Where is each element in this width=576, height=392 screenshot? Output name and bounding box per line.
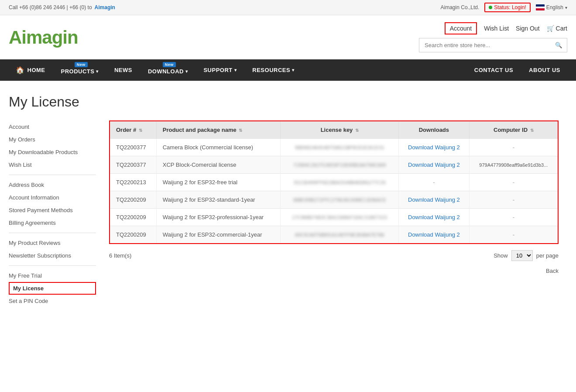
download-link-3[interactable]: Download Waijung 2 [408,196,460,203]
sidebar-item-account-info[interactable]: Account Information [9,191,96,204]
top-bar-right: Aimagin Co.,Ltd. Status: Login! English … [441,3,567,12]
download-link-0[interactable]: Download Waijung 2 [408,144,460,151]
cell-license-2: 3521D499FF6E28DA3548B4ED06277C35 [281,174,399,191]
sidebar-item-address-book[interactable]: Address Book [9,179,96,191]
license-key-1: 729D4C26CF53059F33E09B2AA790C609 [293,162,386,168]
header: Aimagin Account Wish List Sign Out 🛒 Car… [0,15,576,59]
cell-product-1: XCP Block-Comercial license [156,156,281,174]
cell-product-5: Waijung 2 for ESP32-commercial-1year [156,226,281,244]
logo[interactable]: Aimagin [9,27,78,48]
cell-computer-4: - [469,209,558,226]
header-right: Account Wish List Sign Out 🛒 Cart 🔍 [419,22,567,52]
nav-news[interactable]: NEWS [107,61,139,79]
license-key-3: 88BC09B272FFC279636CA90E11E866CE [293,197,386,203]
cart-icon: 🛒 [547,25,554,32]
wishlist-link[interactable]: Wish List [484,25,509,32]
account-link[interactable]: Account [445,22,477,34]
sidebar-section-license: My Free Trial My License Set a PIN Code [9,269,96,307]
cell-computer-1: 979A4779908eaff9a6e91d3b3... [469,156,558,174]
cell-product-3: Waijung 2 for ESP32-standard-1year [156,191,281,209]
search-input[interactable] [419,38,551,52]
nav-resources[interactable]: RESOURCES ▾ [245,61,301,79]
nav-products[interactable]: New PRODUCTS ▾ [54,59,106,81]
sort-order-icon[interactable]: ⇅ [139,128,142,133]
sidebar-item-newsletter[interactable]: Newsletter Subscriptions [9,249,96,262]
license-key-2: 3521D499FF6E28DA3548B4ED06277C35 [293,180,386,186]
item-count: 6 Item(s) [109,252,131,259]
cell-computer-3: - [469,191,558,209]
sidebar-item-account[interactable]: Account [9,120,96,133]
nav-download-label: DOWNLOAD [148,68,184,75]
col-product: Product and package name ⇅ [156,121,281,139]
download-link-5[interactable]: Download Waijung 2 [408,231,460,238]
sidebar-item-wish-list[interactable]: Wish List [9,158,96,171]
sidebar-item-my-license[interactable]: My License [9,282,96,295]
flag-icon [536,4,545,10]
sidebar-item-reviews[interactable]: My Product Reviews [9,237,96,249]
chevron-download-icon: ▾ [185,69,188,74]
sort-product-icon[interactable]: ⇅ [239,128,242,133]
per-page-select[interactable]: 10 20 50 [511,250,533,261]
sidebar-item-downloadable-products[interactable]: My Downloadable Products [9,146,96,158]
nav-download[interactable]: New DOWNLOAD ▾ [141,59,195,81]
back-link[interactable]: Back [546,268,559,274]
header-nav: Account Wish List Sign Out 🛒 Cart [445,22,567,34]
call-text: Call +66 (0)86 246 2446 | +66 (0) to [9,4,92,10]
sidebar-divider-1 [9,175,96,175]
cell-download-4[interactable]: Download Waijung 2 [399,209,470,226]
signout-link[interactable]: Sign Out [516,25,539,32]
cell-order-0: TQ2200377 [110,139,156,156]
cell-license-1: 729D4C26CF53059F33E09B2AA790C609 [281,156,399,174]
download-link-4[interactable]: Download Waijung 2 [408,214,460,220]
chevron-products-icon: ▾ [96,69,99,74]
sidebar-section-address: Address Book Account Information Stored … [9,179,96,229]
license-key-4: 17C900D7483C3DA15886F1EAC310E7315 [292,215,387,220]
col-downloads: Downloads [399,121,470,139]
col-license: License key ⇅ [281,121,399,139]
sidebar-item-free-trial[interactable]: My Free Trial [9,269,96,282]
cart-link[interactable]: 🛒 Cart [547,25,567,32]
license-key-5: A9C9CA075B891A14EFF8E3E08A7E706 [295,232,384,238]
navbar: 🏠 HOME New PRODUCTS ▾ NEWS New DOWNLOAD … [0,59,576,81]
brand-link[interactable]: Aimagin [95,4,115,10]
back-area: Back [109,267,559,283]
sort-license-icon[interactable]: ⇅ [355,128,359,133]
download-badge: New [163,62,176,67]
top-bar-left: Call +66 (0)86 246 2446 | +66 (0) to Aim… [9,4,115,10]
cell-product-2: Waijung 2 for ESP32-free trial [156,174,281,191]
nav-contact[interactable]: CONTACT US [467,61,520,79]
nav-about[interactable]: ABOUT US [522,61,567,79]
nav-news-label: NEWS [114,67,132,73]
nav-contact-label: CONTACT US [474,67,513,73]
cell-download-0[interactable]: Download Waijung 2 [399,139,470,156]
cell-download-5[interactable]: Download Waijung 2 [399,226,470,244]
nav-home[interactable]: 🏠 HOME [9,60,52,80]
cell-computer-2: - [469,174,558,191]
language-label: English [546,4,563,10]
top-bar: Call +66 (0)86 246 2446 | +66 (0) to Aim… [0,0,576,15]
cell-license-4: 17C900D7483C3DA15886F1EAC310E7315 [281,209,399,226]
sidebar-item-pin-code[interactable]: Set a PIN Code [9,295,96,307]
logo-text: Aimagin [9,27,78,48]
cell-computer-0: - [469,139,558,156]
table-header-row: Order # ⇅ Product and package name ⇅ Lic… [110,121,558,139]
nav-support-label: SUPPORT [203,67,232,73]
cell-license-3: 88BC09B272FFC279636CA90E11E866CE [281,191,399,209]
nav-resources-label: RESOURCES [252,67,290,73]
cell-download-1[interactable]: Download Waijung 2 [399,156,470,174]
cell-download-3[interactable]: Download Waijung 2 [399,191,470,209]
table-row: TQ2200209 Waijung 2 for ESP32-commercial… [110,226,558,244]
sort-computer-icon[interactable]: ⇅ [530,128,534,133]
search-button[interactable]: 🔍 [551,38,567,52]
search-icon: 🔍 [555,42,562,48]
sidebar-item-billing[interactable]: Billing Agreements [9,217,96,229]
chevron-down-icon: ▾ [565,5,567,10]
cart-label: Cart [556,25,567,32]
table-footer: 6 Item(s) Show 10 20 50 per page [109,244,559,267]
language-selector[interactable]: English ▾ [536,4,567,10]
nav-support[interactable]: SUPPORT ▾ [196,61,243,79]
chevron-resources-icon: ▾ [292,68,295,72]
download-link-1[interactable]: Download Waijung 2 [408,162,460,168]
sidebar-item-my-orders[interactable]: My Orders [9,133,96,146]
sidebar-item-payment-methods[interactable]: Stored Payment Methods [9,204,96,217]
